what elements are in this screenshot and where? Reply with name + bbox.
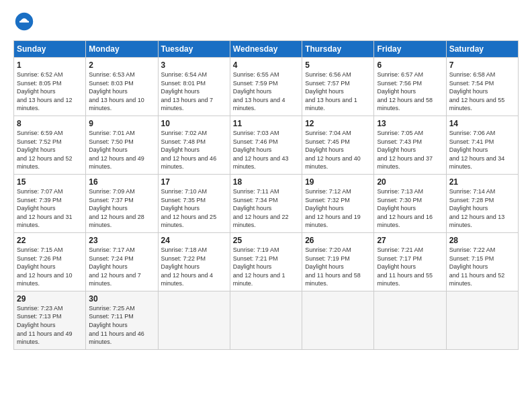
day-number: 15	[17, 177, 83, 187]
calendar-cell: 11Sunrise: 7:03 AMSunset: 7:46 PMDayligh…	[230, 116, 302, 174]
calendar-cell: 27Sunrise: 7:21 AMSunset: 7:17 PMDayligh…	[374, 232, 446, 291]
day-header-thursday: Thursday	[302, 41, 374, 58]
cell-info: Sunrise: 7:04 AMSunset: 7:45 PMDaylight …	[305, 129, 371, 171]
cell-info: Sunrise: 6:52 AMSunset: 8:05 PMDaylight …	[17, 71, 83, 113]
calendar-cell: 28Sunrise: 7:22 AMSunset: 7:15 PMDayligh…	[446, 232, 518, 291]
day-header-monday: Monday	[86, 41, 158, 58]
calendar-cell: 4Sunrise: 6:55 AMSunset: 7:59 PMDaylight…	[230, 58, 302, 116]
day-number: 5	[305, 60, 371, 70]
calendar-cell: 18Sunrise: 7:11 AMSunset: 7:34 PMDayligh…	[230, 174, 302, 232]
day-number: 27	[377, 236, 443, 245]
cell-info: Sunrise: 6:54 AMSunset: 8:01 PMDaylight …	[161, 71, 227, 113]
cell-info: Sunrise: 7:02 AMSunset: 7:48 PMDaylight …	[161, 129, 227, 171]
calendar-cell	[302, 291, 374, 349]
calendar-cell	[446, 291, 518, 349]
cell-info: Sunrise: 6:55 AMSunset: 7:59 PMDaylight …	[233, 71, 299, 113]
day-number: 1	[17, 60, 83, 70]
calendar-week-4: 22Sunrise: 7:15 AMSunset: 7:26 PMDayligh…	[14, 232, 519, 291]
calendar-cell: 30Sunrise: 7:25 AMSunset: 7:11 PMDayligh…	[86, 291, 158, 349]
calendar-week-3: 15Sunrise: 7:07 AMSunset: 7:39 PMDayligh…	[14, 174, 519, 232]
calendar-cell: 14Sunrise: 7:06 AMSunset: 7:41 PMDayligh…	[446, 116, 518, 174]
cell-info: Sunrise: 6:58 AMSunset: 7:54 PMDaylight …	[449, 71, 515, 113]
day-number: 13	[377, 119, 443, 128]
day-number: 14	[449, 119, 515, 128]
calendar-cell: 22Sunrise: 7:15 AMSunset: 7:26 PMDayligh…	[14, 232, 86, 291]
calendar-week-2: 8Sunrise: 6:59 AMSunset: 7:52 PMDaylight…	[14, 116, 519, 174]
logo	[13, 12, 34, 34]
calendar-week-5: 29Sunrise: 7:23 AMSunset: 7:13 PMDayligh…	[14, 291, 519, 349]
cell-info: Sunrise: 6:56 AMSunset: 7:57 PMDaylight …	[305, 71, 371, 113]
cell-info: Sunrise: 7:12 AMSunset: 7:32 PMDaylight …	[305, 187, 371, 230]
cell-info: Sunrise: 7:10 AMSunset: 7:35 PMDaylight …	[161, 187, 227, 230]
day-number: 26	[305, 236, 371, 245]
calendar-cell: 25Sunrise: 7:19 AMSunset: 7:21 PMDayligh…	[230, 232, 302, 291]
day-number: 19	[305, 177, 371, 187]
cell-info: Sunrise: 7:14 AMSunset: 7:28 PMDaylight …	[449, 187, 515, 230]
cell-info: Sunrise: 7:01 AMSunset: 7:50 PMDaylight …	[89, 129, 154, 171]
day-number: 16	[89, 177, 154, 187]
day-number: 17	[161, 177, 227, 187]
calendar-cell: 21Sunrise: 7:14 AMSunset: 7:28 PMDayligh…	[446, 174, 518, 232]
cell-info: Sunrise: 7:09 AMSunset: 7:37 PMDaylight …	[89, 187, 154, 230]
cell-info: Sunrise: 7:03 AMSunset: 7:46 PMDaylight …	[233, 129, 299, 171]
calendar-cell: 13Sunrise: 7:05 AMSunset: 7:43 PMDayligh…	[374, 116, 446, 174]
cell-info: Sunrise: 7:25 AMSunset: 7:11 PMDaylight …	[89, 304, 154, 347]
calendar-cell: 26Sunrise: 7:20 AMSunset: 7:19 PMDayligh…	[302, 232, 374, 291]
cell-info: Sunrise: 6:57 AMSunset: 7:56 PMDaylight …	[377, 71, 443, 113]
calendar-cell: 2Sunrise: 6:53 AMSunset: 8:03 PMDaylight…	[86, 58, 158, 116]
cell-info: Sunrise: 7:20 AMSunset: 7:19 PMDaylight …	[305, 246, 371, 288]
cell-info: Sunrise: 6:53 AMSunset: 8:03 PMDaylight …	[89, 71, 154, 113]
cell-info: Sunrise: 7:07 AMSunset: 7:39 PMDaylight …	[17, 187, 83, 230]
day-number: 22	[17, 236, 83, 245]
day-number: 18	[233, 177, 299, 187]
logo-icon	[15, 12, 34, 31]
day-header-tuesday: Tuesday	[158, 41, 230, 58]
svg-rect-1	[19, 21, 29, 22]
calendar-cell: 10Sunrise: 7:02 AMSunset: 7:48 PMDayligh…	[158, 116, 230, 174]
cell-info: Sunrise: 7:13 AMSunset: 7:30 PMDaylight …	[377, 187, 443, 230]
day-number: 2	[89, 60, 154, 70]
day-number: 4	[233, 60, 299, 70]
calendar-cell: 1Sunrise: 6:52 AMSunset: 8:05 PMDaylight…	[14, 58, 86, 116]
day-header-friday: Friday	[374, 41, 446, 58]
calendar-cell: 16Sunrise: 7:09 AMSunset: 7:37 PMDayligh…	[86, 174, 158, 232]
calendar-header-row: SundayMondayTuesdayWednesdayThursdayFrid…	[14, 41, 519, 58]
calendar-cell: 23Sunrise: 7:17 AMSunset: 7:24 PMDayligh…	[86, 232, 158, 291]
day-number: 6	[377, 60, 443, 70]
cell-info: Sunrise: 7:18 AMSunset: 7:22 PMDaylight …	[161, 246, 227, 288]
day-number: 3	[161, 60, 227, 70]
day-number: 8	[17, 119, 83, 128]
cell-info: Sunrise: 6:59 AMSunset: 7:52 PMDaylight …	[17, 129, 83, 171]
day-number: 11	[233, 119, 299, 128]
calendar-cell	[158, 291, 230, 349]
day-number: 10	[161, 119, 227, 128]
calendar-cell	[374, 291, 446, 349]
calendar-page: SundayMondayTuesdayWednesdayThursdayFrid…	[0, 0, 532, 358]
calendar-cell: 29Sunrise: 7:23 AMSunset: 7:13 PMDayligh…	[14, 291, 86, 349]
cell-info: Sunrise: 7:21 AMSunset: 7:17 PMDaylight …	[377, 246, 443, 288]
calendar-week-1: 1Sunrise: 6:52 AMSunset: 8:05 PMDaylight…	[14, 58, 519, 116]
calendar-cell: 24Sunrise: 7:18 AMSunset: 7:22 PMDayligh…	[158, 232, 230, 291]
day-number: 23	[89, 236, 154, 245]
calendar-cell: 9Sunrise: 7:01 AMSunset: 7:50 PMDaylight…	[86, 116, 158, 174]
calendar-cell: 15Sunrise: 7:07 AMSunset: 7:39 PMDayligh…	[14, 174, 86, 232]
calendar-cell: 17Sunrise: 7:10 AMSunset: 7:35 PMDayligh…	[158, 174, 230, 232]
day-number: 24	[161, 236, 227, 245]
cell-info: Sunrise: 7:23 AMSunset: 7:13 PMDaylight …	[17, 304, 83, 347]
day-header-wednesday: Wednesday	[230, 41, 302, 58]
day-header-saturday: Saturday	[446, 41, 518, 58]
calendar-cell: 19Sunrise: 7:12 AMSunset: 7:32 PMDayligh…	[302, 174, 374, 232]
day-number: 28	[449, 236, 515, 245]
calendar-cell: 5Sunrise: 6:56 AMSunset: 7:57 PMDaylight…	[302, 58, 374, 116]
day-number: 12	[305, 119, 371, 128]
cell-info: Sunrise: 7:15 AMSunset: 7:26 PMDaylight …	[17, 246, 83, 288]
header	[13, 12, 519, 34]
cell-info: Sunrise: 7:22 AMSunset: 7:15 PMDaylight …	[449, 246, 515, 288]
calendar-cell: 6Sunrise: 6:57 AMSunset: 7:56 PMDaylight…	[374, 58, 446, 116]
calendar-cell: 12Sunrise: 7:04 AMSunset: 7:45 PMDayligh…	[302, 116, 374, 174]
cell-info: Sunrise: 7:19 AMSunset: 7:21 PMDaylight …	[233, 246, 299, 288]
day-number: 29	[17, 294, 83, 304]
cell-info: Sunrise: 7:06 AMSunset: 7:41 PMDaylight …	[449, 129, 515, 171]
calendar-cell: 8Sunrise: 6:59 AMSunset: 7:52 PMDaylight…	[14, 116, 86, 174]
day-header-sunday: Sunday	[14, 41, 86, 58]
